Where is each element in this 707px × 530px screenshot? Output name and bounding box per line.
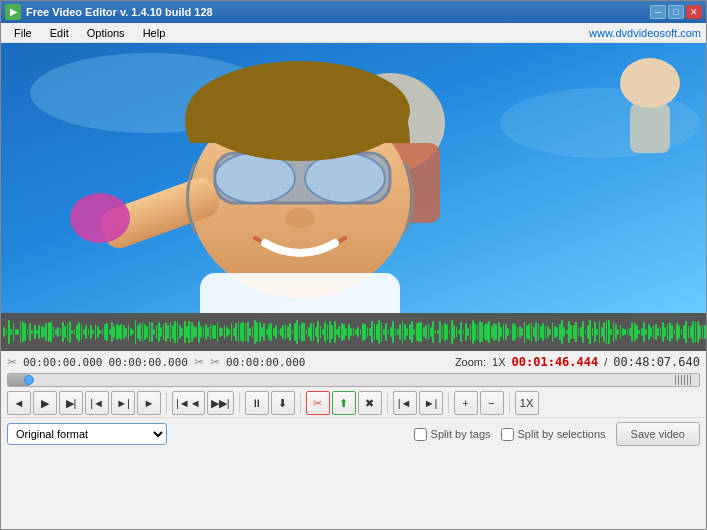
minimize-button[interactable]: ─ bbox=[650, 5, 666, 19]
rewind-back-button[interactable]: ◄ bbox=[7, 391, 31, 415]
save-video-button[interactable]: Save video bbox=[616, 422, 700, 446]
waveform-bar bbox=[256, 322, 258, 342]
total-time: 00:48:07.640 bbox=[613, 355, 700, 369]
waveform-bar bbox=[549, 329, 551, 336]
separator-5 bbox=[448, 393, 449, 413]
cut-button[interactable]: ✂ bbox=[306, 391, 330, 415]
waveform-bar bbox=[460, 322, 462, 343]
waveform-bar bbox=[357, 327, 359, 336]
waveform-bar bbox=[507, 328, 509, 336]
menu-items: File Edit Options Help bbox=[6, 25, 173, 41]
menu-edit[interactable]: Edit bbox=[42, 25, 77, 41]
waveform-bar bbox=[282, 325, 284, 340]
waveform-bar bbox=[556, 327, 558, 337]
waveform-bar bbox=[31, 330, 33, 334]
menu-help[interactable]: Help bbox=[135, 25, 174, 41]
format-select-wrap: Original format MP4 AVI MKV MOV WMV MP3 bbox=[7, 423, 167, 445]
progress-row[interactable] bbox=[7, 373, 700, 387]
website-link[interactable]: www.dvdvideosoft.com bbox=[589, 27, 701, 39]
go-start-button[interactable]: |◄◄ bbox=[172, 391, 205, 415]
current-time: 00:01:46.444 bbox=[512, 355, 599, 369]
time-cut: 00:00:00.000 bbox=[226, 356, 305, 369]
split-by-selections-checkbox[interactable] bbox=[501, 428, 514, 441]
waveform-bar bbox=[446, 324, 448, 339]
mute-button[interactable]: ✖ bbox=[358, 391, 382, 415]
waveform-bar bbox=[495, 324, 497, 340]
download-button[interactable]: ⬇ bbox=[271, 391, 295, 415]
waveform-bar bbox=[235, 323, 237, 340]
waveform-bar bbox=[10, 329, 12, 335]
speed-button[interactable]: 1X bbox=[515, 391, 539, 415]
menu-file[interactable]: File bbox=[6, 25, 40, 41]
waveform-bar bbox=[139, 323, 141, 340]
forward-button[interactable]: ► bbox=[137, 391, 161, 415]
prev-frame-button[interactable]: |◄ bbox=[85, 391, 109, 415]
prev-tag-button[interactable]: |◄ bbox=[393, 391, 417, 415]
separator-2 bbox=[239, 393, 240, 413]
waveform-bar bbox=[385, 323, 387, 342]
waveform-bar bbox=[289, 323, 291, 341]
play-button[interactable]: ▶ bbox=[33, 391, 57, 415]
waveform-bar bbox=[671, 325, 673, 340]
waveform-bar bbox=[17, 329, 19, 335]
main-window: ▶ Free Video Editor v. 1.4.10 build 128 … bbox=[0, 0, 707, 530]
svg-rect-14 bbox=[200, 273, 400, 313]
waveform-bar bbox=[521, 328, 523, 337]
maximize-button[interactable]: □ bbox=[668, 5, 684, 19]
split-by-selections-group[interactable]: Split by selections bbox=[501, 428, 606, 441]
waveform-bar bbox=[242, 322, 244, 342]
split-by-tags-checkbox[interactable] bbox=[414, 428, 427, 441]
export-button[interactable]: ⬆ bbox=[332, 391, 356, 415]
waveform-bar bbox=[488, 321, 490, 343]
format-select[interactable]: Original format MP4 AVI MKV MOV WMV MP3 bbox=[7, 423, 167, 445]
waveform-bar bbox=[453, 325, 455, 340]
waveform-bar bbox=[685, 321, 687, 343]
svg-rect-6 bbox=[630, 103, 670, 153]
waveform-bar bbox=[657, 328, 659, 336]
scissors-mid-icon: ✂ bbox=[194, 355, 204, 369]
waveform-bar bbox=[221, 328, 223, 336]
waveform-bar bbox=[371, 321, 373, 343]
go-end-button[interactable]: ▶▶| bbox=[207, 391, 234, 415]
play-to-button[interactable]: ▶| bbox=[59, 391, 83, 415]
progress-thumb[interactable] bbox=[24, 375, 34, 385]
waveform-bar bbox=[303, 323, 305, 342]
waveform-bar bbox=[120, 324, 122, 340]
vol-down-button[interactable]: − bbox=[480, 391, 504, 415]
next-tag-button[interactable]: ►| bbox=[419, 391, 443, 415]
waveform-bar bbox=[324, 322, 326, 343]
waveform-bar bbox=[589, 320, 591, 343]
split-by-selections-label: Split by selections bbox=[518, 428, 606, 440]
separator-6 bbox=[509, 393, 510, 413]
close-button[interactable]: ✕ bbox=[686, 5, 702, 19]
waveform-bar bbox=[535, 322, 537, 343]
vol-up-button[interactable]: + bbox=[454, 391, 478, 415]
export-icon: ⬆ bbox=[339, 397, 348, 410]
waveform-bar bbox=[113, 326, 115, 339]
waveform-bar bbox=[425, 325, 427, 340]
time-left: ✂ 00:00:00.000 00:00:00.000 ✂ ✂ 00:00:00… bbox=[7, 355, 305, 369]
waveform-bar bbox=[92, 330, 94, 334]
waveform-bar bbox=[645, 329, 647, 336]
waveform-bar bbox=[413, 329, 415, 334]
separator-1 bbox=[166, 393, 167, 413]
waveform-bar bbox=[249, 328, 251, 336]
scissors-left-icon: ✂ bbox=[7, 355, 17, 369]
menu-options[interactable]: Options bbox=[79, 25, 133, 41]
waveform-bar bbox=[481, 322, 483, 342]
waveform-bar bbox=[500, 327, 502, 338]
waveform-area bbox=[1, 313, 706, 351]
waveform-bar bbox=[200, 326, 202, 339]
title-bar-controls: ─ □ ✕ bbox=[650, 5, 702, 19]
split-by-tags-group[interactable]: Split by tags bbox=[414, 428, 491, 441]
waveform-bar bbox=[528, 324, 530, 341]
waveform-bar bbox=[350, 328, 352, 335]
svg-point-15 bbox=[285, 208, 315, 228]
waveform-bar bbox=[596, 329, 598, 336]
next-frame-button[interactable]: ►| bbox=[111, 391, 135, 415]
waveform-bar bbox=[582, 321, 584, 344]
pause-button[interactable]: ⏸ bbox=[245, 391, 269, 415]
waveform-bar bbox=[345, 328, 347, 336]
waveform-bar bbox=[378, 320, 380, 343]
progress-track[interactable] bbox=[7, 373, 700, 387]
